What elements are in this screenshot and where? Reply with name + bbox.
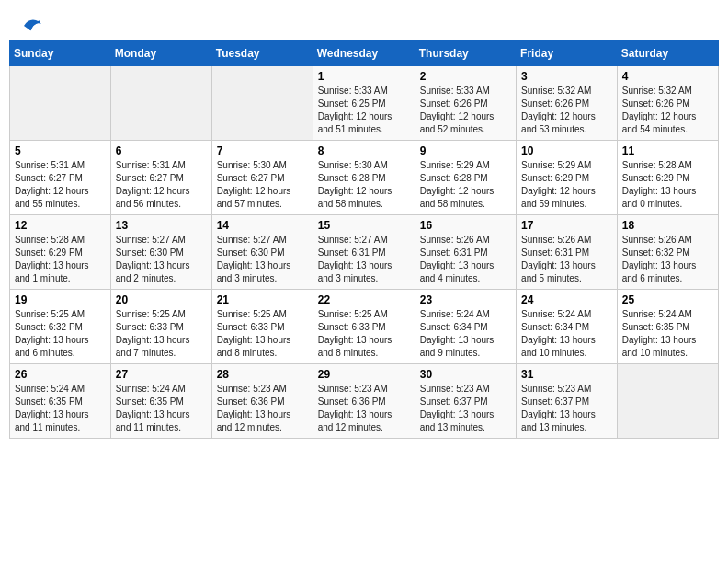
calendar-cell: 21Sunrise: 5:25 AM Sunset: 6:33 PM Dayli… xyxy=(211,290,313,364)
day-info: Sunrise: 5:24 AM Sunset: 6:34 PM Dayligh… xyxy=(521,308,612,360)
day-info: Sunrise: 5:31 AM Sunset: 6:27 PM Dayligh… xyxy=(15,159,106,211)
day-info: Sunrise: 5:27 AM Sunset: 6:31 PM Dayligh… xyxy=(318,234,410,285)
weekday-header: Sunday xyxy=(10,41,111,66)
calendar-cell: 31Sunrise: 5:23 AM Sunset: 6:37 PM Dayli… xyxy=(517,364,618,439)
calendar-cell: 17Sunrise: 5:26 AM Sunset: 6:31 PM Dayli… xyxy=(517,215,618,290)
calendar-cell: 26Sunrise: 5:24 AM Sunset: 6:35 PM Dayli… xyxy=(10,364,111,439)
day-info: Sunrise: 5:25 AM Sunset: 6:33 PM Dayligh… xyxy=(116,308,207,360)
day-number: 18 xyxy=(622,219,713,232)
weekday-header: Saturday xyxy=(617,41,718,66)
calendar-cell: 29Sunrise: 5:23 AM Sunset: 6:36 PM Dayli… xyxy=(313,364,415,439)
day-info: Sunrise: 5:33 AM Sunset: 6:25 PM Dayligh… xyxy=(318,85,410,136)
calendar-cell xyxy=(211,66,313,141)
logo xyxy=(18,17,44,31)
day-info: Sunrise: 5:30 AM Sunset: 6:28 PM Dayligh… xyxy=(318,159,410,211)
day-number: 2 xyxy=(420,70,511,83)
calendar-cell xyxy=(110,66,211,141)
calendar-cell: 4Sunrise: 5:32 AM Sunset: 6:26 PM Daylig… xyxy=(617,66,718,141)
day-number: 7 xyxy=(217,144,308,157)
day-number: 12 xyxy=(15,219,106,232)
day-info: Sunrise: 5:26 AM Sunset: 6:31 PM Dayligh… xyxy=(420,234,511,285)
calendar-table: SundayMondayTuesdayWednesdayThursdayFrid… xyxy=(9,40,719,439)
calendar-cell xyxy=(617,364,718,439)
calendar-cell: 15Sunrise: 5:27 AM Sunset: 6:31 PM Dayli… xyxy=(313,215,415,290)
logo-icon xyxy=(19,17,43,35)
day-info: Sunrise: 5:26 AM Sunset: 6:31 PM Dayligh… xyxy=(521,234,612,285)
day-info: Sunrise: 5:23 AM Sunset: 6:37 PM Dayligh… xyxy=(521,383,612,434)
calendar-cell: 18Sunrise: 5:26 AM Sunset: 6:32 PM Dayli… xyxy=(617,215,718,290)
day-info: Sunrise: 5:24 AM Sunset: 6:34 PM Dayligh… xyxy=(420,308,511,360)
day-number: 16 xyxy=(420,219,511,232)
day-number: 22 xyxy=(318,293,410,306)
calendar-cell: 3Sunrise: 5:32 AM Sunset: 6:26 PM Daylig… xyxy=(517,66,618,141)
calendar-cell: 7Sunrise: 5:30 AM Sunset: 6:27 PM Daylig… xyxy=(211,141,313,215)
day-number: 15 xyxy=(318,219,410,232)
calendar-cell: 19Sunrise: 5:25 AM Sunset: 6:32 PM Dayli… xyxy=(10,290,111,364)
day-info: Sunrise: 5:28 AM Sunset: 6:29 PM Dayligh… xyxy=(622,159,713,211)
calendar-cell: 23Sunrise: 5:24 AM Sunset: 6:34 PM Dayli… xyxy=(415,290,516,364)
day-info: Sunrise: 5:28 AM Sunset: 6:29 PM Dayligh… xyxy=(15,234,106,285)
day-number: 19 xyxy=(15,293,106,306)
calendar-cell: 12Sunrise: 5:28 AM Sunset: 6:29 PM Dayli… xyxy=(10,215,111,290)
calendar-cell: 6Sunrise: 5:31 AM Sunset: 6:27 PM Daylig… xyxy=(110,141,211,215)
day-info: Sunrise: 5:26 AM Sunset: 6:32 PM Dayligh… xyxy=(622,234,713,285)
calendar-cell: 16Sunrise: 5:26 AM Sunset: 6:31 PM Dayli… xyxy=(415,215,516,290)
page-header xyxy=(9,9,719,31)
calendar-header-row: SundayMondayTuesdayWednesdayThursdayFrid… xyxy=(10,41,719,66)
day-info: Sunrise: 5:32 AM Sunset: 6:26 PM Dayligh… xyxy=(622,85,713,136)
calendar-cell: 9Sunrise: 5:29 AM Sunset: 6:28 PM Daylig… xyxy=(415,141,516,215)
calendar-cell: 5Sunrise: 5:31 AM Sunset: 6:27 PM Daylig… xyxy=(10,141,111,215)
day-info: Sunrise: 5:27 AM Sunset: 6:30 PM Dayligh… xyxy=(116,234,207,285)
day-number: 14 xyxy=(217,219,308,232)
day-info: Sunrise: 5:31 AM Sunset: 6:27 PM Dayligh… xyxy=(116,159,207,211)
calendar-cell: 25Sunrise: 5:24 AM Sunset: 6:35 PM Dayli… xyxy=(617,290,718,364)
calendar-cell: 2Sunrise: 5:33 AM Sunset: 6:26 PM Daylig… xyxy=(415,66,516,141)
day-number: 30 xyxy=(420,368,511,381)
calendar-week-row: 5Sunrise: 5:31 AM Sunset: 6:27 PM Daylig… xyxy=(10,141,719,215)
weekday-header: Monday xyxy=(110,41,211,66)
calendar-cell: 28Sunrise: 5:23 AM Sunset: 6:36 PM Dayli… xyxy=(211,364,313,439)
day-info: Sunrise: 5:29 AM Sunset: 6:28 PM Dayligh… xyxy=(420,159,511,211)
calendar-week-row: 19Sunrise: 5:25 AM Sunset: 6:32 PM Dayli… xyxy=(10,290,719,364)
calendar-week-row: 26Sunrise: 5:24 AM Sunset: 6:35 PM Dayli… xyxy=(10,364,719,439)
day-number: 26 xyxy=(15,368,106,381)
day-info: Sunrise: 5:23 AM Sunset: 6:37 PM Dayligh… xyxy=(420,383,511,434)
weekday-header: Wednesday xyxy=(313,41,415,66)
calendar-cell xyxy=(10,66,111,141)
day-number: 31 xyxy=(521,368,612,381)
day-info: Sunrise: 5:25 AM Sunset: 6:33 PM Dayligh… xyxy=(217,308,308,360)
calendar-cell: 30Sunrise: 5:23 AM Sunset: 6:37 PM Dayli… xyxy=(415,364,516,439)
calendar-week-row: 1Sunrise: 5:33 AM Sunset: 6:25 PM Daylig… xyxy=(10,66,719,141)
day-info: Sunrise: 5:25 AM Sunset: 6:32 PM Dayligh… xyxy=(15,308,106,360)
weekday-header: Friday xyxy=(517,41,618,66)
calendar-cell: 10Sunrise: 5:29 AM Sunset: 6:29 PM Dayli… xyxy=(517,141,618,215)
day-info: Sunrise: 5:30 AM Sunset: 6:27 PM Dayligh… xyxy=(217,159,308,211)
day-number: 5 xyxy=(15,144,106,157)
day-info: Sunrise: 5:27 AM Sunset: 6:30 PM Dayligh… xyxy=(217,234,308,285)
weekday-header: Tuesday xyxy=(211,41,313,66)
day-number: 27 xyxy=(116,368,207,381)
calendar-cell: 11Sunrise: 5:28 AM Sunset: 6:29 PM Dayli… xyxy=(617,141,718,215)
day-number: 3 xyxy=(521,70,612,83)
day-number: 21 xyxy=(217,293,308,306)
day-info: Sunrise: 5:23 AM Sunset: 6:36 PM Dayligh… xyxy=(217,383,308,434)
day-info: Sunrise: 5:24 AM Sunset: 6:35 PM Dayligh… xyxy=(15,383,106,434)
day-info: Sunrise: 5:32 AM Sunset: 6:26 PM Dayligh… xyxy=(521,85,612,136)
calendar-cell: 20Sunrise: 5:25 AM Sunset: 6:33 PM Dayli… xyxy=(110,290,211,364)
day-info: Sunrise: 5:24 AM Sunset: 6:35 PM Dayligh… xyxy=(622,308,713,360)
calendar-cell: 24Sunrise: 5:24 AM Sunset: 6:34 PM Dayli… xyxy=(517,290,618,364)
calendar-cell: 14Sunrise: 5:27 AM Sunset: 6:30 PM Dayli… xyxy=(211,215,313,290)
calendar-cell: 22Sunrise: 5:25 AM Sunset: 6:33 PM Dayli… xyxy=(313,290,415,364)
calendar-cell: 27Sunrise: 5:24 AM Sunset: 6:35 PM Dayli… xyxy=(110,364,211,439)
calendar-cell: 13Sunrise: 5:27 AM Sunset: 6:30 PM Dayli… xyxy=(110,215,211,290)
day-number: 8 xyxy=(318,144,410,157)
day-number: 29 xyxy=(318,368,410,381)
day-number: 4 xyxy=(622,70,713,83)
day-number: 9 xyxy=(420,144,511,157)
day-number: 10 xyxy=(521,144,612,157)
day-number: 20 xyxy=(116,293,207,306)
day-number: 23 xyxy=(420,293,511,306)
day-number: 6 xyxy=(116,144,207,157)
calendar-cell: 1Sunrise: 5:33 AM Sunset: 6:25 PM Daylig… xyxy=(313,66,415,141)
day-number: 1 xyxy=(318,70,410,83)
